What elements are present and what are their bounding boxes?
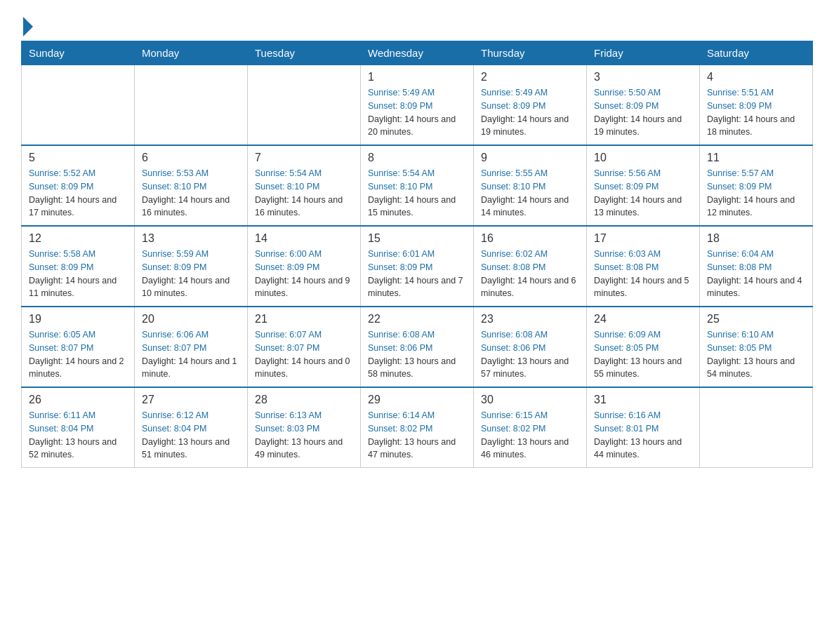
column-header-wednesday: Wednesday [361, 41, 474, 65]
sunset-text: Sunset: 8:02 PM [368, 424, 432, 434]
day-number: 18 [707, 232, 805, 245]
sunset-text: Sunset: 8:09 PM [255, 262, 319, 272]
sunset-text: Sunset: 8:09 PM [29, 262, 93, 272]
day-info: Sunrise: 6:12 AMSunset: 8:04 PMDaylight:… [142, 409, 240, 462]
daylight-text: Daylight: 14 hours and 13 minutes. [594, 195, 682, 218]
sunrise-text: Sunrise: 5:58 AM [29, 249, 95, 259]
day-info: Sunrise: 6:13 AMSunset: 8:03 PMDaylight:… [255, 409, 353, 462]
daylight-text: Daylight: 13 hours and 58 minutes. [368, 356, 456, 380]
sunset-text: Sunset: 8:06 PM [481, 343, 545, 353]
sunrise-text: Sunrise: 6:01 AM [368, 249, 435, 259]
calendar-cell: 29Sunrise: 6:14 AMSunset: 8:02 PMDayligh… [361, 387, 474, 468]
day-info: Sunrise: 5:51 AMSunset: 8:09 PMDaylight:… [707, 86, 805, 139]
sunset-text: Sunset: 8:09 PM [142, 262, 206, 272]
calendar-cell [248, 65, 361, 146]
logo [21, 14, 33, 34]
calendar-cell: 5Sunrise: 5:52 AMSunset: 8:09 PMDaylight… [22, 145, 135, 226]
day-info: Sunrise: 6:11 AMSunset: 8:04 PMDaylight:… [29, 409, 127, 462]
day-number: 5 [29, 152, 127, 164]
calendar-cell: 19Sunrise: 6:05 AMSunset: 8:07 PMDayligh… [22, 307, 135, 387]
daylight-text: Daylight: 14 hours and 11 minutes. [29, 276, 117, 299]
calendar-cell: 23Sunrise: 6:08 AMSunset: 8:06 PMDayligh… [474, 307, 587, 387]
day-number: 20 [142, 313, 240, 326]
calendar-header-row: SundayMondayTuesdayWednesdayThursdayFrid… [22, 41, 813, 65]
sunrise-text: Sunrise: 5:49 AM [481, 88, 548, 98]
sunset-text: Sunset: 8:09 PM [29, 182, 93, 192]
daylight-text: Daylight: 14 hours and 4 minutes. [707, 276, 802, 299]
sunrise-text: Sunrise: 6:08 AM [368, 330, 435, 340]
sunset-text: Sunset: 8:07 PM [142, 343, 206, 353]
sunset-text: Sunset: 8:05 PM [707, 343, 772, 353]
day-number: 3 [594, 71, 692, 83]
sunrise-text: Sunrise: 5:49 AM [368, 88, 435, 98]
daylight-text: Daylight: 14 hours and 2 minutes. [29, 356, 124, 380]
day-info: Sunrise: 5:59 AMSunset: 8:09 PMDaylight:… [142, 248, 240, 300]
column-header-saturday: Saturday [700, 41, 813, 65]
day-number: 26 [29, 394, 127, 406]
sunset-text: Sunset: 8:07 PM [255, 343, 319, 353]
daylight-text: Daylight: 14 hours and 16 minutes. [255, 195, 343, 218]
day-info: Sunrise: 6:16 AMSunset: 8:01 PMDaylight:… [594, 409, 692, 462]
daylight-text: Daylight: 13 hours and 51 minutes. [142, 437, 230, 460]
daylight-text: Daylight: 14 hours and 19 minutes. [594, 114, 682, 137]
daylight-text: Daylight: 13 hours and 54 minutes. [707, 356, 795, 380]
sunset-text: Sunset: 8:06 PM [368, 343, 432, 353]
day-info: Sunrise: 5:58 AMSunset: 8:09 PMDaylight:… [29, 248, 127, 300]
calendar-week-row: 26Sunrise: 6:11 AMSunset: 8:04 PMDayligh… [22, 387, 813, 468]
calendar-cell: 11Sunrise: 5:57 AMSunset: 8:09 PMDayligh… [700, 145, 813, 226]
day-number: 23 [481, 313, 579, 326]
sunrise-text: Sunrise: 5:55 AM [481, 168, 548, 178]
sunset-text: Sunset: 8:04 PM [29, 424, 93, 434]
day-number: 6 [142, 152, 240, 164]
day-number: 19 [29, 313, 127, 326]
daylight-text: Daylight: 13 hours and 44 minutes. [594, 437, 682, 460]
day-info: Sunrise: 5:52 AMSunset: 8:09 PMDaylight:… [29, 167, 127, 220]
calendar-cell: 10Sunrise: 5:56 AMSunset: 8:09 PMDayligh… [587, 145, 700, 226]
sunset-text: Sunset: 8:09 PM [368, 101, 432, 111]
sunset-text: Sunset: 8:04 PM [142, 424, 206, 434]
sunrise-text: Sunrise: 5:50 AM [594, 88, 661, 98]
sunset-text: Sunset: 8:09 PM [368, 262, 432, 272]
day-info: Sunrise: 5:53 AMSunset: 8:10 PMDaylight:… [142, 167, 240, 220]
daylight-text: Daylight: 14 hours and 9 minutes. [255, 276, 350, 299]
day-number: 1 [368, 71, 466, 83]
calendar-cell: 17Sunrise: 6:03 AMSunset: 8:08 PMDayligh… [587, 226, 700, 307]
calendar-week-row: 19Sunrise: 6:05 AMSunset: 8:07 PMDayligh… [22, 307, 813, 387]
day-number: 24 [594, 313, 692, 326]
day-info: Sunrise: 6:03 AMSunset: 8:08 PMDaylight:… [594, 248, 692, 300]
day-info: Sunrise: 5:49 AMSunset: 8:09 PMDaylight:… [481, 86, 579, 139]
calendar-cell: 15Sunrise: 6:01 AMSunset: 8:09 PMDayligh… [361, 226, 474, 307]
sunset-text: Sunset: 8:08 PM [481, 262, 545, 272]
sunset-text: Sunset: 8:10 PM [142, 182, 206, 192]
sunrise-text: Sunrise: 5:59 AM [142, 249, 208, 259]
sunrise-text: Sunrise: 6:09 AM [594, 330, 661, 340]
calendar-cell: 13Sunrise: 5:59 AMSunset: 8:09 PMDayligh… [135, 226, 248, 307]
sunrise-text: Sunrise: 6:10 AM [707, 330, 774, 340]
sunrise-text: Sunrise: 5:56 AM [594, 168, 661, 178]
sunset-text: Sunset: 8:09 PM [707, 101, 772, 111]
calendar-week-row: 1Sunrise: 5:49 AMSunset: 8:09 PMDaylight… [22, 65, 813, 146]
sunrise-text: Sunrise: 5:54 AM [368, 168, 435, 178]
daylight-text: Daylight: 14 hours and 18 minutes. [707, 114, 795, 137]
daylight-text: Daylight: 13 hours and 47 minutes. [368, 437, 456, 460]
daylight-text: Daylight: 14 hours and 14 minutes. [481, 195, 569, 218]
day-number: 4 [707, 71, 805, 83]
sunrise-text: Sunrise: 6:12 AM [142, 410, 208, 420]
calendar-cell [700, 387, 813, 468]
sunrise-text: Sunrise: 6:07 AM [255, 330, 322, 340]
day-number: 11 [707, 152, 805, 164]
day-number: 13 [142, 232, 240, 245]
calendar-cell: 20Sunrise: 6:06 AMSunset: 8:07 PMDayligh… [135, 307, 248, 387]
calendar-week-row: 5Sunrise: 5:52 AMSunset: 8:09 PMDaylight… [22, 145, 813, 226]
sunrise-text: Sunrise: 6:05 AM [29, 330, 95, 340]
page-header [21, 14, 813, 34]
calendar-cell: 6Sunrise: 5:53 AMSunset: 8:10 PMDaylight… [135, 145, 248, 226]
day-info: Sunrise: 6:00 AMSunset: 8:09 PMDaylight:… [255, 248, 353, 300]
day-number: 25 [707, 313, 805, 326]
calendar-cell: 8Sunrise: 5:54 AMSunset: 8:10 PMDaylight… [361, 145, 474, 226]
calendar-cell: 12Sunrise: 5:58 AMSunset: 8:09 PMDayligh… [22, 226, 135, 307]
daylight-text: Daylight: 14 hours and 7 minutes. [368, 276, 463, 299]
sunset-text: Sunset: 8:10 PM [255, 182, 319, 192]
calendar-table: SundayMondayTuesdayWednesdayThursdayFrid… [21, 41, 813, 468]
day-number: 12 [29, 232, 127, 245]
